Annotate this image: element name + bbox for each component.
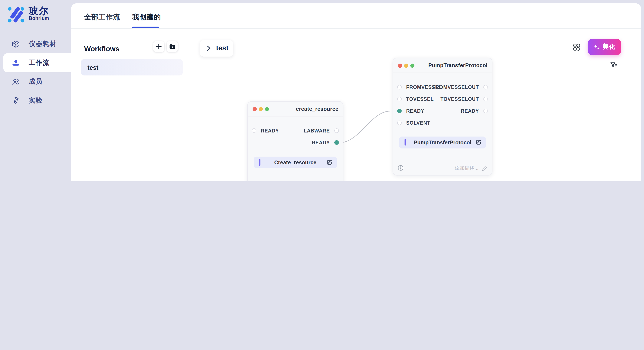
input-port-ready[interactable] — [252, 128, 256, 133]
brand-name-en: Bohrium — [29, 16, 49, 21]
filter-icon — [610, 61, 618, 69]
node-dot-yellow — [259, 107, 263, 111]
main-panel: 全部工作流 我创建的 Workflows test — [71, 3, 641, 181]
sidebar-nav: 仪器耗材 工作流 — [0, 34, 71, 110]
sidebar: 玻尔 Bohrium 仪器耗材 — [0, 0, 71, 181]
workflow-tabbar: 全部工作流 我创建的 — [71, 3, 641, 29]
port-row: FROMVESSEL FROMVESSELOUT — [393, 83, 492, 91]
node-pill[interactable]: Create_resource — [254, 157, 337, 168]
sidebar-item-members[interactable]: 成员 — [0, 72, 71, 91]
port-label: READY — [461, 108, 479, 114]
app-root: 玻尔 Bohrium 仪器耗材 — [0, 0, 644, 181]
port-row: READY LABWARE — [248, 127, 343, 135]
active-tab-underline — [132, 26, 159, 28]
node-title: create_resource — [296, 106, 338, 112]
pill-accent-bar — [405, 139, 406, 146]
tab-created-by-me[interactable]: 我创建的 — [132, 12, 161, 22]
edit-icon[interactable] — [475, 139, 482, 146]
sidebar-item-label: 成员 — [29, 77, 43, 86]
port-label: LABWARE — [304, 128, 330, 134]
bohrium-logo-icon — [6, 5, 26, 24]
node-pump-transfer-protocol[interactable]: PumpTransferProtocol FROMVESSEL FROMVESS… — [393, 58, 492, 175]
sidebar-item-label: 仪器耗材 — [29, 39, 57, 48]
port-label: SOLVENT — [406, 120, 430, 126]
node-header: PumpTransferProtocol — [393, 58, 492, 73]
node-header: create_resource — [248, 102, 343, 116]
sparkles-icon — [593, 43, 600, 50]
pill-label: PumpTransferProtocol — [399, 140, 486, 146]
node-dot-green — [265, 107, 269, 111]
workflow-list-item[interactable]: test — [81, 59, 183, 75]
port-label: FROMVESSELOUT — [432, 84, 479, 90]
workflows-panel-title: Workflows — [84, 45, 119, 53]
workflow-name: test — [88, 64, 98, 71]
node-footer: 添加描述... — [398, 164, 488, 171]
panel-divider — [187, 29, 187, 181]
info-icon[interactable] — [398, 165, 404, 171]
input-port-fromvessel[interactable] — [397, 85, 402, 89]
output-port-fromvesselout[interactable] — [484, 85, 488, 89]
folder-download-icon — [169, 43, 176, 50]
input-port-tovessel[interactable] — [397, 97, 402, 101]
tab-all-workflows[interactable]: 全部工作流 — [84, 12, 120, 22]
sidebar-item-label: 实验 — [29, 96, 43, 105]
brand-name-zh: 玻尔 — [29, 5, 49, 16]
pill-label: Create_resource — [254, 159, 337, 166]
workflow-users-icon — [12, 58, 20, 67]
output-port-ready[interactable] — [484, 109, 488, 113]
beautify-button[interactable]: 美化 — [588, 39, 621, 55]
sidebar-item-experiments[interactable]: 实验 — [0, 91, 71, 110]
port-label: READY — [261, 128, 279, 134]
chevron-right-icon — [205, 45, 212, 52]
box-icon — [12, 39, 20, 48]
import-workflow-button[interactable] — [167, 41, 178, 52]
edit-icon[interactable] — [326, 159, 333, 166]
port-label: TOVESSELOUT — [440, 96, 479, 102]
filter-button[interactable] — [610, 61, 618, 69]
brand-logo[interactable]: 玻尔 Bohrium — [6, 5, 50, 24]
port-row: READY READY — [393, 107, 492, 115]
output-port-tovesselout[interactable] — [484, 97, 488, 101]
sidebar-item-workflows[interactable]: 工作流 — [3, 53, 71, 72]
test-tube-icon — [12, 96, 20, 105]
input-port-ready[interactable] — [397, 109, 402, 113]
description-placeholder[interactable]: 添加描述... — [455, 165, 478, 172]
breadcrumb-label: test — [216, 44, 228, 52]
plus-icon — [156, 43, 162, 49]
node-title: PumpTransferProtocol — [428, 62, 488, 68]
command-icon — [572, 43, 581, 52]
port-label: READY — [312, 140, 330, 146]
node-pill[interactable]: PumpTransferProtocol — [399, 137, 486, 149]
port-row: READY — [248, 139, 343, 147]
members-icon — [12, 77, 20, 86]
port-label: READY — [406, 108, 424, 114]
pill-accent-bar — [259, 159, 260, 166]
add-workflow-button[interactable] — [153, 41, 164, 52]
node-create-resource[interactable]: create_resource READY LABWARE READY Crea… — [247, 101, 343, 181]
sidebar-item-instruments[interactable]: 仪器耗材 — [0, 34, 71, 53]
layout-command-button[interactable] — [572, 43, 581, 52]
node-dot-red — [398, 64, 402, 68]
node-dot-red — [252, 107, 256, 111]
output-port-ready[interactable] — [334, 140, 339, 145]
port-row: SOLVENT — [393, 119, 492, 127]
beautify-label: 美化 — [602, 43, 616, 51]
canvas-breadcrumb[interactable]: test — [200, 40, 233, 57]
port-label: TOVESSEL — [406, 96, 434, 102]
node-dot-green — [410, 64, 414, 68]
port-row: TOVESSEL TOVESSELOUT — [393, 95, 492, 103]
output-port-labware[interactable] — [334, 128, 339, 133]
node-dot-yellow — [404, 64, 408, 68]
sidebar-item-label: 工作流 — [29, 58, 50, 67]
pencil-icon[interactable] — [482, 165, 488, 171]
workflows-panel: Workflows test — [71, 29, 187, 181]
input-port-solvent[interactable] — [397, 121, 402, 125]
